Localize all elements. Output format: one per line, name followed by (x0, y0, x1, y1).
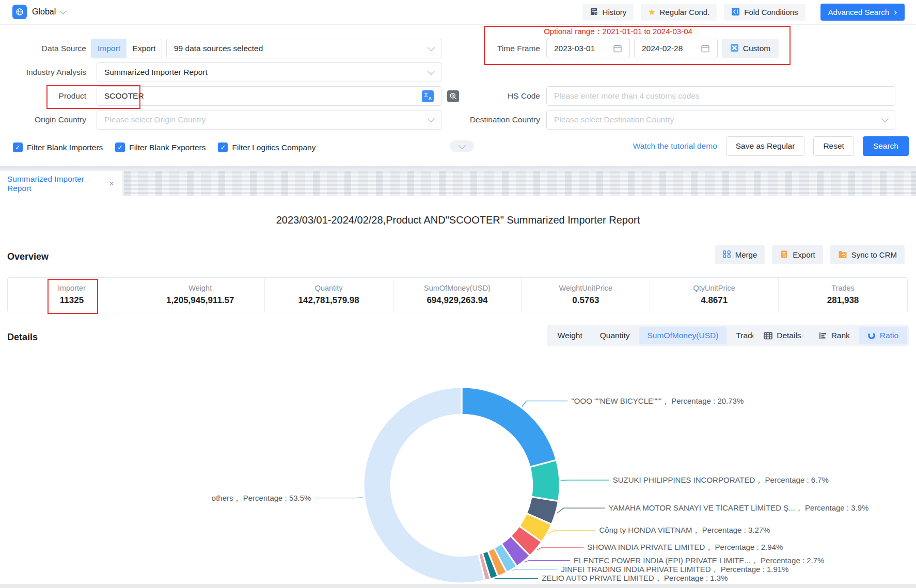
star-icon: ★ (648, 8, 655, 17)
pie-slice[interactable] (530, 460, 560, 501)
tab-label: Summarized Importer Report (7, 174, 109, 193)
filter-checkbox[interactable]: Filter Blank Importers (13, 142, 103, 152)
tutorial-link[interactable]: Watch the tutorial demo (633, 141, 717, 151)
tab-summarized-importer-report[interactable]: Summarized Importer Report × (0, 171, 122, 196)
stat-cell: SumOfMoney(USD)694,929,263.94 (393, 278, 522, 312)
reset-button[interactable]: Reset (813, 136, 854, 156)
search-button[interactable]: Search (863, 136, 909, 156)
pie-slice[interactable] (364, 387, 485, 583)
checkbox-checked-icon[interactable] (218, 142, 228, 152)
history-icon (590, 7, 598, 18)
view-tab-ratio[interactable]: Ratio (859, 327, 907, 344)
sync-to-crm-button[interactable]: Sync to CRM (830, 245, 905, 264)
chevron-down-icon (428, 67, 435, 74)
regular-cond-label: Regular Cond. (660, 8, 710, 17)
industry-analysis-select[interactable]: Summarized Importer Report (97, 62, 441, 82)
merge-button[interactable]: Merge (715, 245, 765, 264)
pie-label: Công ty HONDA VIETNAM， Percentage : 3.27… (599, 526, 770, 534)
pie-label: YAMAHA MOTOR SANAYI VE TİCARET LİMİTED Ş… (609, 503, 869, 512)
stat-cell: Weight1,205,945,911.57 (136, 278, 265, 312)
destination-country-select[interactable]: Please select Destination Country (546, 110, 895, 130)
date-end-value: 2024-02-28 (642, 44, 683, 53)
custom-icon (730, 43, 739, 54)
pie-label-line (522, 401, 568, 407)
metric-tab-quantity[interactable]: Quantity (592, 327, 638, 344)
pie-label: ZELIO AUTO PRIVATE LIMITED， Percentage :… (542, 574, 728, 582)
table-icon (764, 332, 772, 340)
import-tab[interactable]: Import (91, 39, 127, 58)
view-tab-label: Ratio (880, 327, 898, 344)
rank-bars-icon (819, 332, 827, 340)
checkbox-label: Filter Blank Importers (27, 143, 103, 152)
pie-slice[interactable] (462, 387, 557, 467)
checkbox-checked-icon[interactable] (115, 142, 125, 152)
report-title: 2023/03/01-2024/02/28,Product AND"SCOOTE… (0, 214, 916, 226)
donut-icon (867, 331, 876, 340)
page-bottom-strip (0, 584, 916, 588)
svg-text:A: A (429, 96, 432, 101)
history-button[interactable]: History (582, 4, 634, 21)
folder-sync-icon (838, 250, 847, 260)
collapse-form-button[interactable] (450, 140, 474, 152)
filter-checkbox-row: Filter Blank ImportersFilter Blank Expor… (13, 142, 315, 152)
filter-checkbox[interactable]: Filter Logitics Company (218, 142, 315, 152)
date-end-input[interactable]: 2024-02-28 (634, 39, 718, 58)
origin-country-label: Origin Country (0, 115, 86, 124)
export-tab[interactable]: Export (127, 39, 162, 58)
checkbox-checked-icon[interactable] (13, 142, 23, 152)
stat-cell: WeightUnitPrice0.5763 (522, 278, 650, 312)
importer-ratio-donut-chart: "OOO ""NEW BICYCLE"""， Percentage : 20.7… (0, 351, 916, 588)
optional-range-note: Optional range：2021-01-01 to 2024-03-04 (499, 27, 737, 37)
overview-stats: Importer11325Weight1,205,945,911.57Quant… (7, 277, 908, 312)
date-start-input[interactable]: 2023-03-01 (546, 39, 630, 58)
pie-label: JINFEI TRADING INDIA PRIVATE LIMITED， Pe… (561, 565, 788, 574)
chevron-down-icon (60, 8, 67, 14)
calendar-icon[interactable] (613, 44, 622, 53)
hs-code-label: HS Code (454, 91, 540, 101)
product-input[interactable]: SCOOTER 文A (97, 86, 441, 106)
filter-checkbox[interactable]: Filter Blank Exporters (115, 142, 206, 152)
metric-tab-weight[interactable]: Weight (549, 327, 591, 344)
data-sources-select[interactable]: 99 data sources selected (166, 39, 441, 58)
custom-range-button[interactable]: Custom (722, 39, 779, 58)
metric-tab-sumofmoney-usd-[interactable]: SumOfMoney(USD) (639, 327, 727, 344)
hs-code-placeholder: Please enter more than 4 customs codes (554, 91, 700, 101)
sync-to-crm-label: Sync to CRM (851, 250, 897, 259)
form-actions: Watch the tutorial demo Save as Regular … (633, 136, 909, 156)
product-value: SCOOTER (104, 91, 144, 101)
regular-cond-button[interactable]: ★ Regular Cond. (641, 4, 717, 21)
origin-country-select[interactable]: Please select Origin Country (97, 110, 441, 130)
view-tab-details[interactable]: Details (755, 327, 809, 344)
hs-code-input[interactable]: Please enter more than 4 customs codes (546, 86, 895, 106)
pie-label: ELENTEC POWER INDIA (EPI) PRIVATE LIMITE… (574, 556, 824, 565)
stat-label: WeightUnitPrice (559, 284, 613, 292)
destination-country-label: Destination Country (454, 115, 540, 124)
advanced-search-button[interactable]: Advanced Search › (820, 4, 905, 21)
view-tab-rank[interactable]: Rank (811, 327, 858, 344)
chevron-down-icon (428, 43, 435, 51)
date-start-value: 2023-03-01 (554, 44, 595, 53)
pie-label: SUZUKI PHILIPPINES INCORPORATED， Percent… (613, 475, 829, 484)
destination-country-placeholder: Please select Destination Country (554, 115, 882, 124)
close-icon[interactable]: × (109, 179, 114, 188)
tab-strip: Summarized Importer Report × (0, 166, 916, 196)
chevron-right-icon: › (894, 7, 897, 17)
import-export-toggle: Import Export (91, 39, 162, 58)
region-selector[interactable]: Global (12, 5, 66, 19)
stat-label: QtyUnitPrice (693, 284, 735, 292)
metric-tab-label: Weight (558, 327, 582, 344)
stat-label: SumOfMoney(USD) (424, 284, 491, 292)
export-button[interactable]: Export (772, 245, 823, 264)
stat-value: 142,781,579.98 (298, 295, 359, 306)
translate-icon[interactable]: 文A (422, 90, 434, 102)
data-source-label: Data Source (0, 44, 86, 53)
pie-label-line (314, 497, 363, 498)
calendar-icon[interactable] (701, 44, 710, 53)
save-as-regular-button[interactable]: Save as Regular (726, 136, 805, 156)
pie-label-line (512, 569, 557, 570)
divider (813, 6, 813, 19)
pie-label: "OOO ""NEW BICYCLE"""， Percentage : 20.7… (572, 396, 744, 405)
data-sources-value: 99 data sources selected (174, 44, 429, 53)
fold-conditions-button[interactable]: Fold Conditions (724, 4, 805, 21)
pie-label-line (495, 578, 539, 579)
